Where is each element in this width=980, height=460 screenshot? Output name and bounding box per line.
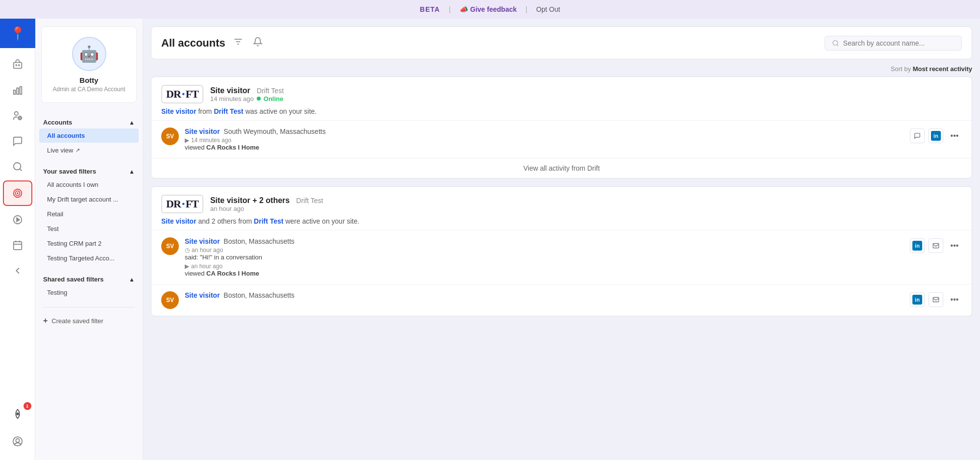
visitor-row-1-0: SV Site visitor Boston, Massachusetts ◷ … (151, 230, 972, 284)
visitor-action-1-0b: viewed CA Rocks I Home (185, 270, 904, 277)
visitor-name-link-1-1[interactable]: Site visitor (185, 291, 220, 299)
visitor-actions-1-0: in ••• (910, 238, 962, 253)
drift-logo-1: DR·FT (161, 195, 203, 213)
launch-badge: 1 (24, 402, 31, 410)
email-icon-button-1-0[interactable] (929, 238, 943, 253)
nav-bot-icon[interactable] (0, 52, 35, 77)
create-saved-filter-button[interactable]: + Create saved filter (35, 312, 143, 329)
sidebar-divider (43, 307, 135, 307)
visitor-name-link-1-0[interactable]: Site visitor (185, 237, 220, 245)
visitor-label-1: Site visitor + 2 others (210, 196, 294, 204)
main-content: All accounts Sort by Most recent activit… (143, 19, 980, 460)
divider-2: | (525, 5, 527, 13)
megaphone-icon: 📣 (460, 5, 468, 13)
visitor-time-1-0: ◷ an hour ago (185, 247, 904, 254)
sidebar-item-testing-crm-2[interactable]: Testing CRM part 2 (39, 236, 139, 251)
nav-play-icon[interactable] (0, 207, 35, 232)
accounts-title-area: All accounts (161, 35, 265, 51)
activity-link-visitor-0[interactable]: Site visitor (161, 107, 196, 115)
email-icon-button-1-1[interactable] (929, 292, 943, 307)
sidebar-item-live-view[interactable]: Live view ↗ (39, 143, 139, 157)
opt-out-button[interactable]: Opt Out (536, 5, 560, 13)
search-input[interactable] (843, 39, 955, 47)
profile-subtitle: Admin at CA Demo Account (52, 86, 125, 93)
sidebar-item-my-drift-target[interactable]: My Drift target account ... (39, 192, 139, 206)
sidebar-item-all-accounts[interactable]: All accounts (39, 128, 139, 143)
more-options-button-0-0[interactable]: ••• (947, 128, 962, 143)
card-header-1: DR·FT Site visitor + 2 others Drift Test… (151, 187, 972, 230)
accounts-section-header[interactable]: Accounts ▲ (35, 115, 143, 128)
notification-icon-button[interactable] (251, 35, 265, 51)
linkedin-icon-button-1-0[interactable]: in (910, 238, 925, 253)
sidebar-item-testing-targeted[interactable]: Testing Targeted Acco... (39, 251, 139, 265)
nav-profile-icon[interactable] (0, 429, 35, 454)
visitor-location-1-0: Boston, Massachusetts (221, 237, 294, 245)
svg-point-11 (17, 193, 18, 194)
more-options-button-1-1[interactable]: ••• (947, 292, 962, 307)
plus-icon: + (43, 316, 48, 325)
shared-filters-header[interactable]: Shared saved filters ▲ (35, 272, 143, 285)
card-company-sub-0: 14 minutes ago Online (210, 95, 284, 102)
svg-rect-14 (13, 242, 22, 250)
app-logo-area: 📍 (0, 19, 35, 48)
view-all-button-0[interactable]: View all activity from Drift (151, 158, 972, 178)
visitor-time-1-0b: ▶ an hour ago (185, 263, 904, 270)
external-link-icon: ↗ (75, 147, 80, 153)
online-dot-0 (257, 97, 261, 101)
activity-link-company-1[interactable]: Drift Test (254, 217, 283, 225)
visitor-row-0-0: SV Site visitor South Weymouth, Massachu… (151, 121, 972, 158)
saved-filters-chevron-icon: ▲ (129, 168, 135, 175)
sidebar-item-retail[interactable]: Retail (39, 207, 139, 221)
card-header-0: DR·FT Site visitor Drift Test 14 minutes… (151, 77, 972, 121)
linkedin-icon-button-0-0[interactable]: in (929, 128, 943, 143)
visitor-info-0-0: Site visitor South Weymouth, Massachuset… (185, 128, 904, 151)
profile-section: 🤖 Botty Admin at CA Demo Account (41, 26, 137, 103)
visitor-actions-1-1: in ••• (910, 292, 962, 307)
flag-icon-2: ▶ (185, 263, 189, 270)
nav-collapse-icon[interactable] (0, 258, 35, 283)
company-name-1: Drift Test (296, 197, 323, 204)
avatar: 🤖 (72, 37, 106, 71)
visitor-avatar-1-0: SV (161, 237, 179, 255)
svg-point-15 (17, 413, 19, 415)
accounts-header: All accounts (151, 26, 972, 59)
nav-target-icon[interactable] (3, 180, 32, 206)
nav-calendar-icon[interactable] (0, 232, 35, 258)
svg-point-1 (16, 65, 17, 66)
nav-chart-icon[interactable] (0, 77, 35, 103)
visitor-avatar-0-0: SV (161, 128, 179, 145)
chat-icon-button-0-0[interactable] (910, 128, 925, 143)
activity-link-company-0[interactable]: Drift Test (214, 107, 243, 115)
card-company-row-1: DR·FT Site visitor + 2 others Drift Test… (161, 195, 962, 213)
clock-icon: ◷ (185, 247, 190, 254)
visitor-avatar-1-1: SV (161, 291, 179, 309)
visitor-action-0-0: viewed CA Rocks I Home (185, 144, 904, 151)
nav-chat-icon[interactable] (0, 128, 35, 154)
nav-launch-icon[interactable]: 1 (0, 401, 35, 427)
card-visitor-label-0: Site visitor Drift Test (210, 86, 284, 95)
sidebar-item-testing[interactable]: Testing (39, 285, 139, 300)
sidebar-item-all-accounts-own[interactable]: All accounts I own (39, 178, 139, 192)
activity-card-1: DR·FT Site visitor + 2 others Drift Test… (151, 186, 972, 316)
card-company-row-0: DR·FT Site visitor Drift Test 14 minutes… (161, 85, 962, 103)
card-company-info-1: Site visitor + 2 others Drift Test an ho… (210, 196, 323, 212)
visitor-name-link-0-0[interactable]: Site visitor (185, 128, 220, 135)
nav-contacts-icon[interactable] (0, 103, 35, 128)
card-company-info-0: Site visitor Drift Test 14 minutes ago O… (210, 86, 284, 102)
activity-link-visitor-1[interactable]: Site visitor (161, 217, 196, 225)
give-feedback-button[interactable]: 📣 Give feedback (460, 5, 517, 13)
activity-card-0: DR·FT Site visitor Drift Test 14 minutes… (151, 77, 972, 179)
more-options-button-1-0[interactable]: ••• (947, 238, 962, 253)
linkedin-icon-button-1-1[interactable]: in (910, 292, 925, 307)
saved-filters-header[interactable]: Your saved filters ▲ (35, 164, 143, 177)
search-icon (832, 39, 839, 47)
sidebar-item-test[interactable]: Test (39, 222, 139, 236)
search-area (825, 36, 962, 51)
filter-icon-button[interactable] (231, 35, 245, 51)
card-visitor-label-1: Site visitor + 2 others Drift Test (210, 196, 323, 205)
svg-rect-22 (933, 243, 939, 248)
nav-search-icon[interactable] (0, 154, 35, 179)
accounts-chevron-icon: ▲ (129, 119, 135, 126)
icon-bar-bottom: 1 (0, 401, 35, 460)
top-banner: BETA | 📣 Give feedback | Opt Out (0, 0, 980, 19)
